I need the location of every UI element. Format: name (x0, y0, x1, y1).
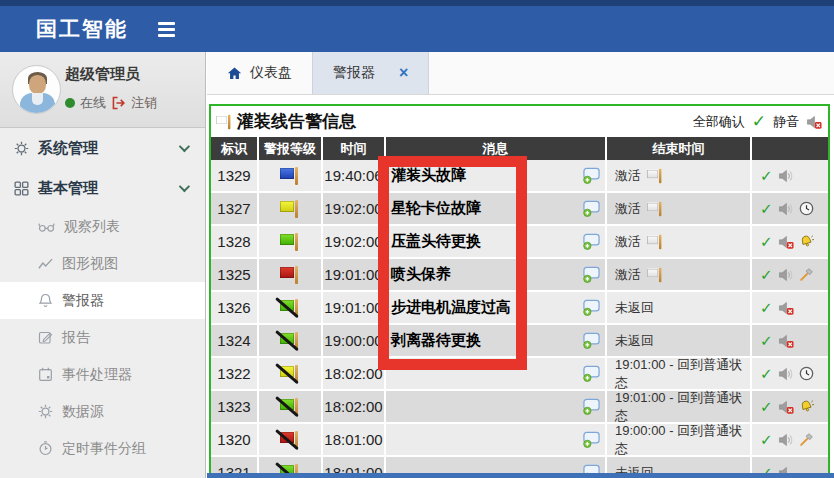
speaker-muted-icon[interactable] (778, 334, 794, 348)
check-icon[interactable]: ✓ (760, 200, 773, 218)
alarm-message: 星轮卡位故障 (391, 199, 481, 218)
alarm-message-cell: 步进电机温度过高 (386, 292, 605, 323)
alarm-level-cell (259, 292, 321, 323)
speaker-icon[interactable] (778, 367, 794, 381)
alarm-row[interactable]: 132419:00:00剥离器待更换未返回✓ (211, 325, 828, 356)
sidebar-item-事件处理器[interactable]: 事件处理器 (0, 356, 205, 393)
check-icon[interactable]: ✓ (760, 398, 773, 416)
sign-out-icon[interactable] (111, 96, 126, 110)
speaker-muted-icon[interactable] (778, 301, 794, 315)
blue-flag-icon (279, 166, 301, 186)
sidebar-item-系统管理[interactable]: 系统管理 (0, 128, 205, 168)
check-icon[interactable]: ✓ (760, 332, 773, 350)
alarm-row[interactable]: 132819:02:00压盖头待更换激活✓ (211, 226, 828, 257)
logout-link[interactable]: 注销 (131, 94, 157, 112)
alarm-row[interactable]: 132919:40:06灌装头故障激活✓ (211, 160, 828, 191)
sidebar-item-label: 报告 (62, 329, 90, 347)
alarm-end-status-cell: 激活 (607, 160, 750, 191)
alarm-message: 灌装头故障 (391, 166, 466, 185)
top-navbar: 国工智能 (0, 6, 834, 52)
speaker-muted-icon[interactable] (806, 115, 822, 129)
alarm-end-status-cell: 19:01:00 - 回到普通状态 (607, 358, 750, 389)
glasses-icon (38, 221, 55, 233)
active-white-flag-icon (646, 201, 664, 217)
alarm-id: 1327 (211, 193, 257, 224)
alarm-id: 1325 (211, 259, 257, 290)
alarm-bell-icon (799, 234, 814, 249)
sidebar-item-label: 观察列表 (64, 218, 120, 236)
add-comment-bubble-icon[interactable] (582, 299, 601, 316)
green-slash-flag-icon (279, 298, 301, 318)
tab-label: 仪表盘 (250, 64, 292, 82)
speaker-muted-icon[interactable] (778, 235, 794, 249)
check-icon[interactable]: ✓ (760, 299, 773, 317)
speaker-icon[interactable] (778, 169, 794, 183)
alarm-id: 1329 (211, 160, 257, 191)
alarm-end-status: 激活 (615, 233, 641, 251)
speaker-icon[interactable] (778, 268, 794, 282)
close-icon[interactable]: × (399, 65, 408, 81)
sidebar-item-观察列表[interactable]: 观察列表 (0, 208, 205, 245)
panel-title: 灌装线告警信息 (215, 110, 356, 133)
check-icon[interactable]: ✓ (760, 431, 773, 449)
speaker-icon[interactable] (778, 202, 794, 216)
check-icon[interactable]: ✓ (760, 233, 773, 251)
alarm-message: 压盖头待更换 (391, 232, 481, 251)
alarm-level-cell (259, 160, 321, 191)
gear-icon (38, 404, 53, 419)
check-icon[interactable]: ✓ (760, 365, 773, 383)
horizontal-scrollbar[interactable] (207, 473, 834, 478)
sidebar-item-图形视图[interactable]: 图形视图 (0, 245, 205, 282)
alarm-row[interactable]: 132318:02:0019:01:00 - 回到普通状态✓ (211, 391, 828, 422)
add-comment-bubble-icon[interactable] (582, 431, 601, 448)
sidebar-item-警报器[interactable]: 警报器 (0, 282, 205, 319)
check-icon[interactable]: ✓ (760, 266, 773, 284)
gear-icon (14, 141, 29, 156)
add-comment-bubble-icon[interactable] (582, 167, 601, 184)
alarm-actions-cell: ✓ (752, 259, 828, 290)
bell-icon (38, 293, 53, 308)
alarm-row[interactable]: 132719:02:00星轮卡位故障激活✓ (211, 193, 828, 224)
tab-仪表盘[interactable]: 仪表盘 (207, 52, 312, 94)
alarm-id: 1326 (211, 292, 257, 323)
sidebar-item-数据源[interactable]: 数据源 (0, 393, 205, 430)
panel-header: 灌装线告警信息 全部确认 ✓ 静音 (211, 106, 828, 137)
speaker-icon[interactable] (778, 433, 794, 447)
clock-icon (799, 201, 814, 216)
add-comment-bubble-icon[interactable] (582, 266, 601, 283)
yellow-slash-flag-icon (279, 364, 301, 384)
confirm-all-button[interactable]: 全部确认 (693, 113, 745, 131)
mute-button[interactable]: 静音 (773, 113, 799, 131)
alarm-actions-cell: ✓ (752, 226, 828, 257)
tab-警报器[interactable]: 警报器× (312, 52, 429, 94)
alarm-row[interactable]: 132519:01:00喷头保养激活✓ (211, 259, 828, 290)
alarm-row[interactable]: 132018:01:0019:00:00 - 回到普通状态✓ (211, 424, 828, 455)
speaker-muted-icon[interactable] (778, 400, 794, 414)
alarm-time: 19:40:06 (323, 160, 384, 191)
alarm-row[interactable]: 132218:02:0019:01:00 - 回到普通状态✓ (211, 358, 828, 389)
check-icon[interactable]: ✓ (760, 167, 773, 185)
edit-icon (38, 330, 53, 345)
alarm-id: 1320 (211, 424, 257, 455)
alarm-end-status: 19:01:00 - 回到普通状态 (615, 389, 750, 425)
add-comment-bubble-icon[interactable] (582, 332, 601, 349)
alarm-end-status: 19:00:00 - 回到普通状态 (615, 422, 750, 458)
sidebar-item-定时事件分组[interactable]: 定时事件分组 (0, 430, 205, 467)
add-comment-bubble-icon[interactable] (582, 200, 601, 217)
alarm-row[interactable]: 132619:01:00步进电机温度过高未返回✓ (211, 292, 828, 323)
alarm-level-cell (259, 259, 321, 290)
confirm-all-check-icon[interactable]: ✓ (752, 111, 766, 132)
sidebar-item-组合事件监测器[interactable]: 组合事件监测器 (0, 467, 205, 478)
sidebar-item-label: 图形视图 (62, 255, 118, 273)
alarm-message: 步进电机温度过高 (391, 298, 511, 317)
user-status-row: 在线 注销 (65, 94, 157, 112)
alarm-end-status: 激活 (615, 167, 641, 185)
add-comment-bubble-icon[interactable] (582, 398, 601, 415)
add-comment-bubble-icon[interactable] (582, 365, 601, 382)
alarm-end-status: 19:01:00 - 回到普通状态 (615, 356, 750, 392)
active-white-flag-icon (646, 168, 664, 184)
hamburger-icon[interactable] (158, 22, 175, 37)
add-comment-bubble-icon[interactable] (582, 233, 601, 250)
sidebar-item-报告[interactable]: 报告 (0, 319, 205, 356)
sidebar-item-基本管理[interactable]: 基本管理 (0, 168, 205, 208)
